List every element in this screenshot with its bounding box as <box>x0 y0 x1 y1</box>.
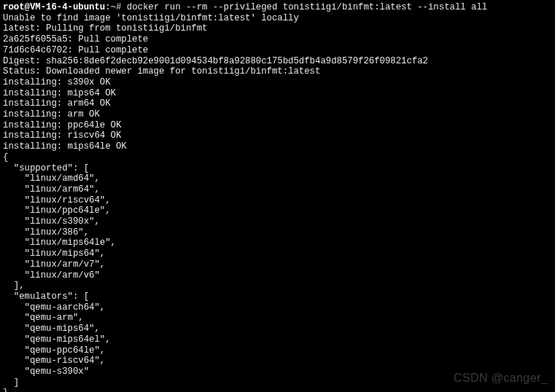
json-line: "qemu-ppc64le", <box>3 345 105 356</box>
json-line: } <box>3 388 8 392</box>
prompt-user: root@VM-16-4-ubuntu <box>3 2 105 12</box>
json-line: "linux/mips64le", <box>3 238 116 248</box>
json-line: "emulators": [ <box>3 291 89 302</box>
json-line: "qemu-mips64", <box>3 324 100 334</box>
out-line: Unable to find image 'tonistiigi/binfmt:… <box>3 13 299 23</box>
out-line: installing: ppc64le OK <box>3 120 121 130</box>
out-line: installing: arm OK <box>3 109 100 119</box>
json-line: "supported": [ <box>3 163 89 173</box>
out-line: Digest: sha256:8de6f2decb92e9001d094534b… <box>3 56 428 66</box>
json-line: "linux/arm64", <box>3 184 100 195</box>
out-line: installing: s390x OK <box>3 77 111 87</box>
json-line: "qemu-arm", <box>3 313 84 323</box>
json-line: ], <box>3 281 25 291</box>
out-line: installing: mips64le OK <box>3 141 127 152</box>
out-line: installing: mips64 OK <box>3 88 116 98</box>
prompt-sep: :~# <box>105 2 127 12</box>
out-line: installing: arm64 OK <box>3 98 111 109</box>
command-text: docker run --rm --privileged tonistiigi/… <box>127 2 487 12</box>
json-line: "qemu-mips64el", <box>3 334 111 345</box>
json-line: "linux/s390x", <box>3 216 100 227</box>
json-line: "linux/amd64", <box>3 173 100 184</box>
json-line: "linux/riscv64", <box>3 195 111 205</box>
out-line: 71d6c64c6702: Pull complete <box>3 45 148 55</box>
terminal-output[interactable]: root@VM-16-4-ubuntu:~# docker run --rm -… <box>0 0 555 392</box>
json-line: ] <box>3 377 19 388</box>
json-line: "qemu-s390x" <box>3 366 89 377</box>
json-line: "linux/arm/v7", <box>3 259 105 270</box>
out-line: latest: Pulling from tonistiigi/binfmt <box>3 23 207 34</box>
json-line: { <box>3 152 8 162</box>
out-line: 2a625f6055a5: Pull complete <box>3 34 148 44</box>
json-line: "linux/ppc64le", <box>3 205 111 216</box>
json-line: "linux/mips64", <box>3 248 105 259</box>
json-line: "qemu-riscv64", <box>3 356 105 366</box>
json-line: "linux/arm/v6" <box>3 270 100 281</box>
json-line: "linux/386", <box>3 227 89 238</box>
json-line: "qemu-aarch64", <box>3 302 105 313</box>
out-line: installing: riscv64 OK <box>3 130 121 141</box>
out-line: Status: Downloaded newer image for tonis… <box>3 66 320 77</box>
